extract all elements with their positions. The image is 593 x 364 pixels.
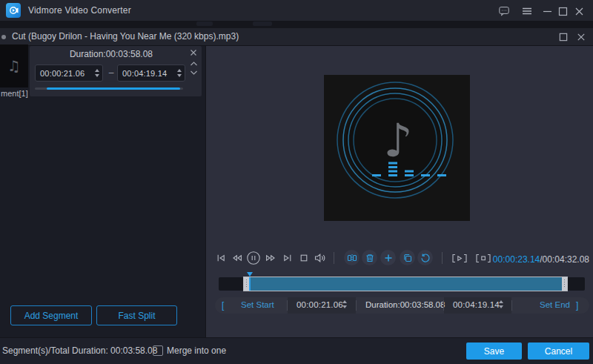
segment-start-value: 00:00:21.06 (36, 69, 95, 78)
add-segment-button[interactable]: Add Segment (10, 305, 92, 325)
minimize-icon[interactable] (541, 5, 553, 17)
fast-forward-icon[interactable] (265, 252, 277, 264)
maximize-icon[interactable] (557, 5, 569, 17)
segment-end-spinner[interactable] (177, 69, 185, 77)
split-icon[interactable] (344, 250, 360, 265)
dialog-title: Cut (Bugoy Drilon - Having You Near Me (… (12, 31, 239, 42)
fast-split-label: Fast Split (118, 311, 155, 321)
divider (511, 300, 512, 311)
close-bracket: ] (576, 300, 578, 311)
total-duration-summary: Segment(s)/Total Duration: 00:03:58.08 (2, 345, 157, 356)
feedback-icon[interactable] (498, 5, 510, 17)
reset-icon[interactable] (417, 250, 433, 265)
current-time: 00:00:23.14 (493, 254, 540, 265)
rewind-icon[interactable] (231, 252, 243, 264)
volume-icon[interactable] (314, 252, 327, 264)
divider (442, 252, 443, 264)
trim-start-spinner[interactable] (342, 300, 350, 308)
playback-time: 00:00:23.14/00:04:32.08 (493, 254, 589, 265)
divider (356, 300, 357, 311)
segment-move-down-icon[interactable] (190, 70, 198, 76)
segment-close-icon[interactable] (190, 49, 197, 56)
open-bracket: [ (222, 300, 224, 311)
play-segment-icon[interactable] (450, 253, 469, 264)
cancel-label: Cancel (545, 346, 572, 357)
audio-preview: ♪ (324, 75, 470, 221)
trim-end-spinner[interactable] (499, 300, 506, 308)
fast-split-button[interactable]: Fast Split (96, 305, 177, 325)
background-window-strip (0, 21, 593, 28)
divider (443, 300, 444, 311)
cancel-button[interactable]: Cancel (528, 343, 589, 360)
divider (287, 300, 288, 311)
music-note-icon: ♪ (383, 113, 413, 168)
segment-start-input[interactable]: 00:00:21.06 (35, 64, 103, 82)
skip-end-icon[interactable] (282, 252, 294, 264)
merge-checkbox[interactable] (153, 345, 163, 356)
background-tab-hint (196, 21, 213, 26)
set-end-button[interactable]: Set End (540, 300, 570, 309)
trim-bar: [ Set Start 00:00:21.06 Duration:00:03:5… (215, 297, 589, 314)
trim-start-value[interactable]: 00:00:21.06 (296, 300, 343, 309)
segment-thumbnail[interactable]: ♫ (0, 44, 28, 87)
range-separator: – (107, 67, 116, 78)
set-start-button[interactable]: Set Start (241, 300, 274, 309)
copy-icon[interactable] (400, 250, 415, 265)
close-icon[interactable] (573, 5, 585, 17)
app-title: Vidmore Video Converter (28, 5, 131, 16)
dialog-maximize-icon[interactable] (557, 31, 569, 43)
cut-dialog-header: Cut (Bugoy Drilon - Having You Near Me (… (0, 28, 593, 46)
segment-item-label: ment[1] (1, 89, 28, 98)
segment-duration-label: Duration:00:03:58.08 (52, 49, 170, 59)
add-segment-label: Add Segment (24, 311, 79, 321)
merge-label[interactable]: Merge into one (167, 345, 226, 356)
dialog-close-icon[interactable] (575, 31, 587, 43)
save-button[interactable]: Save (466, 343, 522, 360)
segment-move-up-icon[interactable] (190, 61, 198, 67)
save-label: Save (484, 346, 504, 357)
pause-icon[interactable] (246, 251, 261, 265)
delete-icon[interactable] (362, 250, 377, 265)
trim-end-value[interactable]: 00:04:19.14 (453, 300, 500, 309)
timeline-selection[interactable] (243, 277, 568, 291)
divider (334, 252, 334, 264)
trim-duration-label: Duration:00:03:58.08 (365, 300, 445, 309)
trim-end-handle[interactable] (562, 277, 567, 291)
skip-start-icon[interactable] (215, 252, 227, 264)
trim-start-handle[interactable] (244, 277, 249, 291)
music-note-icon: ♫ (7, 57, 21, 75)
total-time: /00:04:32.08 (540, 254, 589, 265)
app-logo-icon (6, 3, 21, 18)
titlebar: Vidmore Video Converter (0, 0, 593, 21)
stop-icon[interactable] (298, 252, 310, 264)
segment-range-fill (47, 87, 180, 90)
app-window: Vidmore Video Converter Cut (Bugoy Drilo… (0, 0, 593, 364)
playhead-line (249, 277, 251, 291)
add-icon[interactable] (380, 250, 396, 265)
stop-segment-icon[interactable] (474, 253, 493, 264)
dialog-title-icon (1, 35, 6, 39)
menu-icon[interactable] (521, 5, 533, 17)
segment-start-spinner[interactable] (95, 69, 102, 77)
background-tab-hint (253, 21, 272, 26)
segment-end-input[interactable]: 00:04:19.14 (117, 64, 185, 82)
playhead-marker[interactable] (247, 272, 253, 277)
segment-end-value: 00:04:19.14 (118, 69, 177, 78)
